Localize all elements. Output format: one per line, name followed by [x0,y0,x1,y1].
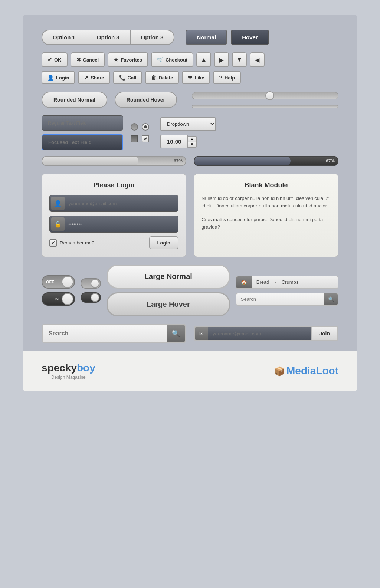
slider-track-2[interactable] [192,105,338,108]
checkout-button[interactable]: 🛒 Checkout [151,52,193,67]
dropdown-select[interactable]: Dropdown [160,117,216,131]
progress-fill-light [42,157,138,165]
delete-button[interactable]: 🗑 Delete [145,71,179,84]
down-button[interactable]: ▼ [232,52,247,67]
toggle-small-off[interactable] [81,278,101,289]
radio-checkbox-section: ✔ [131,123,149,142]
toggle-off-label: OFF [46,280,54,284]
breadcrumb-separator: › [273,279,276,285]
breadcrumb-bar: 🏠 Bread › Crumbs [236,276,338,289]
time-display: 10:00 [160,135,188,148]
login-submit-button[interactable]: Login [149,236,178,249]
trash-icon: 🗑 [151,75,156,81]
like-button[interactable]: ❤ Like [182,71,210,84]
remember-me-row: ✔ Remember me? [49,239,94,247]
login-button[interactable]: 👤 Login [42,71,75,84]
toggle-on-label: ON [53,297,59,301]
speckyboy-blue: boy [77,362,95,374]
toggle-group: OFF ON [42,275,75,306]
arrow-left-icon: ◀ [255,56,259,63]
left-button[interactable]: ◀ [250,52,265,67]
progress-text-dark: 67% [326,158,335,164]
password-input[interactable] [65,219,177,230]
blank-module-title: Blank Module [202,181,331,189]
arrow-up-icon: ▲ [201,56,207,63]
cancel-button[interactable]: ✖ Cancel [71,52,105,67]
lock-field-icon: 🔒 [51,217,65,231]
favorites-button[interactable]: ★ Favorites [108,52,148,67]
email-icon: ✉ [195,327,208,340]
breadcrumb-home-icon[interactable]: 🏠 [236,276,252,288]
toggle-small-on-knob [91,293,99,302]
slider-thumb-1[interactable] [265,91,274,100]
speckyboy-brand: speckyboy [42,362,95,374]
toggle-small-on[interactable] [81,292,101,303]
breadcrumb-bread: Bread [252,276,274,288]
phone-icon: 📞 [119,75,125,81]
breadcrumb-search-section: 🏠 Bread › Crumbs 🔍 [236,276,338,306]
radio-off[interactable] [131,123,138,131]
time-control: 10:00 ▲ ▼ [160,135,338,148]
toggle-off[interactable]: OFF [42,275,75,289]
regular-text-field[interactable] [42,115,123,131]
help-button[interactable]: ? Help [213,71,241,84]
x-icon: ✖ [76,57,81,63]
time-up-arrow[interactable]: ▲ [188,137,196,142]
tab-option2[interactable]: Option 3 [86,30,131,45]
loot-text: Loot [316,365,338,377]
blank-module-text1: Nullam id dolor corper nulla non id nibh… [202,195,331,209]
call-button[interactable]: 📞 Call [113,71,142,84]
ok-button[interactable]: ✔ OK [42,52,68,67]
checkbox-on[interactable]: ✔ [142,135,149,142]
search-small-input[interactable] [236,293,324,305]
share-icon: ↗ [84,75,88,81]
rounded-hover-button[interactable]: Rounded Hover [115,92,177,108]
email-input[interactable] [65,198,177,209]
login-footer: ✔ Remember me? Login [49,236,178,249]
user-icon: 👤 [48,75,54,81]
tab-normal[interactable]: Normal [186,30,227,45]
email-signup: ✉ Join [194,326,338,341]
toggle-small-off-knob [91,279,99,288]
focused-text-field[interactable] [42,134,123,150]
slider-track-1[interactable] [192,92,338,99]
star-icon: ★ [114,57,118,63]
search-large-button[interactable]: 🔍 [167,325,185,342]
large-hover-button[interactable]: Large Hover [107,292,230,316]
remember-checkbox[interactable]: ✔ [49,239,57,247]
progress-text-light: 67% [174,158,183,164]
large-normal-button[interactable]: Large Normal [107,265,230,289]
up-button[interactable]: ▲ [196,52,211,67]
speckyboy-subtitle: Design Magazine [42,375,95,380]
share-button[interactable]: ↗ Share [78,71,110,84]
progress-fill-dark [194,157,291,165]
time-arrows: ▲ ▼ [188,136,197,148]
search-small-button[interactable]: 🔍 [324,293,338,305]
medialoot-brand: MediaLoot [286,365,338,377]
progress-bar-light: 67% [42,156,186,166]
email-signup-input[interactable] [208,327,311,340]
blank-module-text2: Cras mattis consectetur purus. Donec id … [202,216,331,230]
tab-option3[interactable]: Option 3 [131,30,175,45]
toggle-on[interactable]: ON [42,292,75,306]
tab-hover[interactable]: Hover [231,30,269,45]
radio-on[interactable] [142,123,149,131]
search-small: 🔍 [236,293,338,306]
time-down-arrow[interactable]: ▼ [188,142,196,147]
search-large-input[interactable] [43,326,167,341]
arrow-right-icon: ▶ [219,56,224,63]
radio-group [131,123,149,131]
user-field-icon: 👤 [51,197,65,210]
dropdown-container: Dropdown [160,117,338,131]
toggle-off-knob [62,276,73,288]
tab-option1[interactable]: Option 1 [42,30,86,45]
search-large: 🔍 [42,324,186,343]
checkbox-off[interactable] [131,135,138,142]
right-button[interactable]: ▶ [214,52,229,67]
right-controls-section: Dropdown 10:00 ▲ ▼ [160,117,338,148]
rounded-normal-button[interactable]: Rounded Normal [42,92,107,108]
textfield-section [42,115,123,150]
speckyboy-logo: speckyboy Design Magazine [42,362,95,380]
medialoot-logo: 📦 MediaLoot [274,365,338,377]
join-button[interactable]: Join [311,327,337,340]
